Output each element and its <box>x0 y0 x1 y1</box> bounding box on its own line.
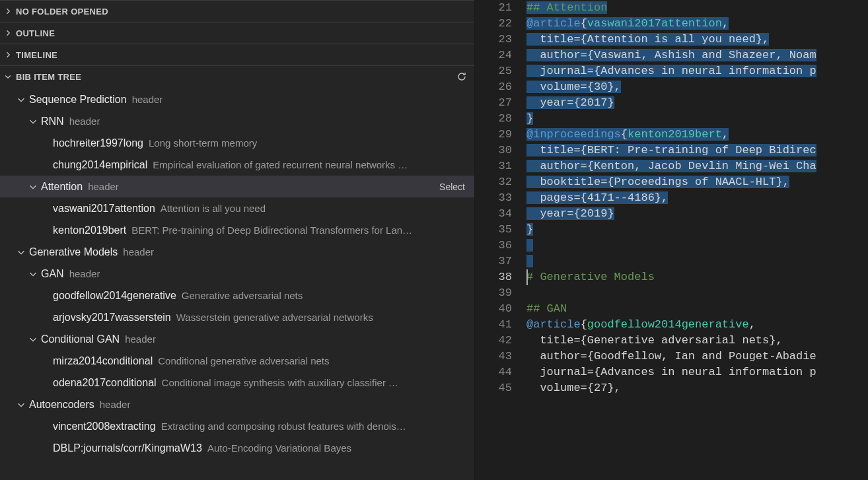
tree-row[interactable]: AttentionheaderSelect <box>0 176 474 197</box>
select-button[interactable]: Select <box>435 180 469 193</box>
code-line[interactable]: author={Kenton, Jacob Devlin Ming-Wei Ch… <box>526 158 868 174</box>
code-line[interactable]: title={Generative adversarial nets}, <box>526 333 868 349</box>
code-line[interactable] <box>526 254 868 269</box>
tree-item-key: RNN <box>41 116 64 127</box>
bib-tree: Sequence PredictionheaderRNNheaderhochre… <box>0 87 474 480</box>
tree-row[interactable]: RNNheader <box>0 110 474 132</box>
line-number: 40 <box>475 301 512 317</box>
code-line[interactable]: @inproceedings{kenton2019bert, <box>526 127 868 143</box>
code-token: ## GAN <box>526 302 567 315</box>
chevron-down-icon[interactable] <box>28 269 38 279</box>
code-token <box>526 239 533 252</box>
chevron-placeholder <box>40 356 50 366</box>
chevron-down-icon[interactable] <box>16 399 26 410</box>
code-token: , <box>749 318 756 331</box>
line-number: 43 <box>475 349 512 364</box>
chevron-placeholder <box>40 421 50 432</box>
tree-item-description: header <box>100 399 131 410</box>
tree-row[interactable]: chung2014empiricalEmpirical evaluation o… <box>0 154 474 176</box>
code-token: # Generative Models <box>526 271 655 283</box>
code-line[interactable]: title={BERT: Pre-training of Deep Bidire… <box>526 143 868 158</box>
tree-item-key: Conditional GAN <box>41 333 120 345</box>
code-token: author={Kenton, Jacob Devlin Ming-Wei Ch… <box>526 160 816 172</box>
tree-row[interactable]: odena2017conditionalConditional image sy… <box>0 372 474 394</box>
code-line[interactable]: @article{vaswani2017attention, <box>526 16 868 32</box>
code-token: @inproceedings <box>526 128 621 141</box>
tree-row[interactable]: Conditional GANheader <box>0 328 474 350</box>
code-token: @article <box>526 318 581 331</box>
chevron-down-icon[interactable] <box>16 94 26 105</box>
line-number: 34 <box>475 206 512 222</box>
tree-row[interactable]: goodfellow2014generativeGenerative adver… <box>0 285 474 306</box>
code-line[interactable]: year={2017} <box>526 95 868 111</box>
code-line[interactable]: volume={27}, <box>526 380 868 396</box>
tree-item-description: Conditional generative adversarial nets <box>158 355 329 366</box>
tree-row[interactable]: Autoencodersheader <box>0 394 474 415</box>
chevron-placeholder <box>40 225 50 236</box>
code-line[interactable]: title={Attention is all you need}, <box>526 32 868 48</box>
tree-row[interactable]: kenton2019bertBERT: Pre-training of Deep… <box>0 219 474 241</box>
code-line[interactable]: booktitle={Proceedings of NAACL-HLT}, <box>526 174 868 190</box>
chevron-down-icon[interactable] <box>28 334 38 345</box>
editor-caret <box>526 269 528 285</box>
tree-row[interactable]: mirza2014conditionalConditional generati… <box>0 350 474 372</box>
code-token: year={2017} <box>526 96 614 109</box>
code-line[interactable]: # Generative Models <box>526 269 868 285</box>
tree-item-description: BERT: Pre-training of Deep Bidirectional… <box>131 224 412 236</box>
code-line[interactable]: } <box>526 111 868 127</box>
tree-item-key: mirza2014conditional <box>53 355 153 367</box>
line-number: 26 <box>475 79 512 95</box>
code-line[interactable]: pages={4171--4186}, <box>526 190 868 206</box>
tree-item-key: odena2017conditional <box>53 377 157 389</box>
code-line[interactable]: ## GAN <box>526 301 868 317</box>
chevron-down-icon[interactable] <box>16 247 26 257</box>
code-token: { <box>621 128 628 141</box>
panel-no-folder[interactable]: NO FOLDER OPENED <box>0 0 474 22</box>
code-line[interactable] <box>526 238 868 254</box>
line-number: 30 <box>475 143 512 158</box>
code-line[interactable]: volume={30}, <box>526 79 868 95</box>
tree-row[interactable]: vaswani2017attentionAttention is all you… <box>0 197 474 219</box>
refresh-icon[interactable] <box>454 69 469 84</box>
line-number: 38 <box>475 269 512 285</box>
code-line[interactable]: journal={Advances in neural information … <box>526 364 868 380</box>
code-token: author={Vaswani, Ashish and Shazeer, Noa… <box>526 49 816 61</box>
panel-timeline[interactable]: TIMELINE <box>0 44 474 65</box>
code-line[interactable] <box>526 285 868 301</box>
line-number: 29 <box>475 127 512 143</box>
tree-row[interactable]: Sequence Predictionheader <box>0 88 474 110</box>
editor-code[interactable]: ## Attention@article{vaswani2017attentio… <box>526 0 868 480</box>
code-token: year={2019} <box>526 207 614 220</box>
line-number: 31 <box>475 158 512 174</box>
tree-item-key: Generative Models <box>29 246 118 258</box>
code-line[interactable]: } <box>526 222 868 238</box>
code-line[interactable]: author={Goodfellow, Ian and Pouget-Abadi… <box>526 349 868 364</box>
code-token <box>526 255 533 267</box>
code-token: journal={Advances in neural information … <box>526 65 816 77</box>
tree-item-key: arjovsky2017wasserstein <box>53 312 171 324</box>
panel-outline[interactable]: OUTLINE <box>0 22 474 44</box>
chevron-down-icon[interactable] <box>28 116 38 127</box>
line-number: 27 <box>475 95 512 111</box>
panel-bib-item-tree[interactable]: BIB ITEM TREE <box>0 65 474 87</box>
chevron-down-icon[interactable] <box>28 182 38 192</box>
code-line[interactable]: year={2019} <box>526 206 868 222</box>
panel-title: OUTLINE <box>16 28 55 38</box>
code-line[interactable]: ## Attention <box>526 0 868 16</box>
tree-item-key: GAN <box>41 268 64 280</box>
tree-row[interactable]: GANheader <box>0 263 474 285</box>
tree-row[interactable]: vincent2008extractingExtracting and comp… <box>0 415 474 437</box>
tree-item-description: Wasserstein generative adversarial netwo… <box>176 312 373 323</box>
tree-row[interactable]: DBLP:journals/corr/KingmaW13Auto-Encodin… <box>0 437 474 459</box>
editor[interactable]: 2122232425262728293031323334353637383940… <box>475 0 868 480</box>
code-line[interactable]: author={Vaswani, Ashish and Shazeer, Noa… <box>526 48 868 63</box>
tree-row[interactable]: hochreiter1997longLong short-term memory <box>0 132 474 154</box>
line-number: 35 <box>475 222 512 238</box>
tree-row[interactable]: arjovsky2017wassersteinWasserstein gener… <box>0 306 474 328</box>
code-line[interactable]: @article{goodfellow2014generative, <box>526 317 868 333</box>
tree-item-key: kenton2019bert <box>53 224 126 236</box>
code-token: booktitle={Proceedings of NAACL-HLT}, <box>526 176 789 188</box>
app-root: NO FOLDER OPENED OUTLINE TIMELINE BIB IT… <box>0 0 868 480</box>
code-line[interactable]: journal={Advances in neural information … <box>526 63 868 79</box>
tree-row[interactable]: Generative Modelsheader <box>0 241 474 263</box>
